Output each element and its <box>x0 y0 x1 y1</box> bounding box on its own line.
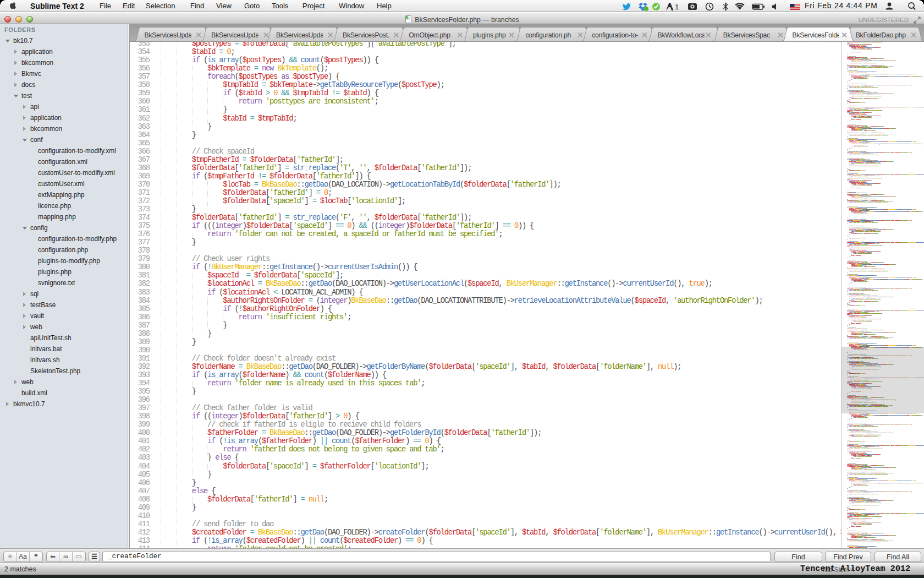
svg-text:OmObject.php: OmObject.php <box>409 31 450 39</box>
svg-text:plugins.php: plugins.php <box>473 31 506 39</box>
svg-text:configuration.ph: configuration.ph <box>525 31 571 39</box>
svg-text:BkFolderDao.php: BkFolderDao.php <box>856 31 906 39</box>
svg-text:BkServicesUpdate: BkServicesUpdate <box>276 31 329 39</box>
svg-text:1: 1 <box>675 3 679 11</box>
svg-text:configuration-to-: configuration-to- <box>592 31 638 39</box>
svg-text:BkServicesUpdate: BkServicesUpdate <box>145 31 198 39</box>
svg-text:BkWorkflowLocat: BkWorkflowLocat <box>658 31 708 39</box>
svg-text:BkServicesFolder: BkServicesFolder <box>793 31 843 39</box>
svg-text:BkServicesUpdate: BkServicesUpdate <box>211 31 265 39</box>
svg-text:BkServicesSpace.: BkServicesSpace. <box>723 31 776 39</box>
svg-text:BkServicesPost.ph: BkServicesPost.ph <box>343 31 397 39</box>
